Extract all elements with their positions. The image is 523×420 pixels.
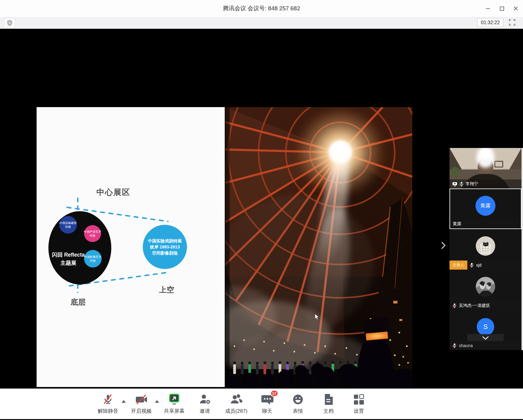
mic-muted-icon <box>102 393 114 405</box>
close-button[interactable] <box>511 4 520 13</box>
exhibition-diagram: 中心展区 中国实验建筑 特展 中国声音艺术 特展 中国影像艺术 特展 闪回 Re… <box>37 107 225 387</box>
architecture-label-1: 中国实验建筑 <box>60 221 77 225</box>
theatre-label-1: 中国实验戏剧特展 <box>148 238 182 243</box>
mic-options-caret[interactable] <box>120 398 127 405</box>
camera-off-icon <box>134 393 148 405</box>
host-badge: 主持人 <box>449 261 467 270</box>
avatar: 黄露 <box>476 196 495 216</box>
members-icon <box>230 393 243 405</box>
participant-name: xjd <box>476 263 482 267</box>
chat-label: 聊天 <box>262 408 272 415</box>
window-title: 腾讯会议 会议号: 848 257 682 <box>0 0 523 17</box>
documents-label: 文档 <box>323 408 334 415</box>
participant-tile-xjd[interactable]: 主持人 xjd <box>449 229 521 270</box>
document-icon <box>323 393 334 406</box>
documents-button[interactable]: 文档 <box>316 392 341 417</box>
settings-icon <box>353 393 365 405</box>
emoji-label: 表情 <box>293 408 303 415</box>
avatar: S <box>477 318 494 336</box>
chat-button[interactable]: 17 聊天 <box>254 392 280 417</box>
maximize-button[interactable] <box>497 4 506 13</box>
caret-up-icon <box>122 400 126 403</box>
fullscreen-button[interactable] <box>508 18 517 26</box>
participant-name: 吴鸿杰-一道建筑 <box>459 303 490 308</box>
sound-label-1: 中国声音艺术 <box>84 230 102 233</box>
minimize-button[interactable] <box>483 4 492 13</box>
tencent-meeting-window: 腾讯会议 会议号: 848 257 682 01:32:22 <box>0 0 523 420</box>
participant-name: 黄露 <box>453 221 461 227</box>
status-bar: 01:32:22 <box>0 17 523 29</box>
architecture-label-2: 特展 <box>65 225 71 228</box>
participant-name: shauna <box>459 343 473 348</box>
share-screen-button[interactable]: 共享屏幕 <box>162 392 187 417</box>
participant-list-scrollbar[interactable] <box>521 148 523 350</box>
unmute-button[interactable]: 解除静音 <box>95 392 121 417</box>
emoji-icon <box>292 393 304 405</box>
chevron-down-icon <box>482 336 489 340</box>
meeting-toolbar: 解除静音 开启视频 共享屏幕 <box>0 389 523 419</box>
theme-exhibition-circle <box>48 211 111 284</box>
presentation-slide: 中心展区 中国实验建筑 特展 中国声音艺术 特展 中国影像艺术 特展 闪回 Re… <box>37 107 225 387</box>
theatre-label-3: 空间影像剧场 <box>152 251 178 255</box>
avatar-cat-photo <box>476 236 495 256</box>
chat-unread-badge: 17 <box>270 390 278 397</box>
mic-active-icon <box>459 182 463 186</box>
slide-title: 中心展区 <box>96 188 130 197</box>
camera-screen <box>365 331 388 341</box>
reflecta-label-1: 闪回 Reflecta <box>52 252 85 258</box>
invite-label: 邀请 <box>200 408 210 415</box>
avatar-text: S <box>483 323 488 331</box>
settings-button[interactable]: 设置 <box>346 392 371 417</box>
participant-tile-huanglu[interactable]: 黄露 黄露 <box>449 189 521 229</box>
avatar-bw-photo <box>476 277 495 296</box>
avatar-text: 黄露 <box>480 202 491 209</box>
caret-up-icon <box>155 400 159 403</box>
reflecta-label-2: 主题展 <box>60 260 77 266</box>
participant-tile-lixiangning[interactable]: 李翔宁 <box>449 148 521 189</box>
sidebar-collapse-button[interactable] <box>440 241 447 250</box>
mic-muted-icon <box>469 263 474 267</box>
maximize-icon <box>500 6 504 11</box>
participant-name: 李翔宁 <box>466 181 478 187</box>
video-label-1: 中国影像艺术 <box>84 255 102 258</box>
mic-muted-icon <box>452 303 457 308</box>
invite-icon <box>198 393 211 405</box>
share-screen-label: 共享屏幕 <box>164 408 185 415</box>
start-video-button[interactable]: 开启视频 <box>129 392 154 417</box>
mic-muted-icon <box>452 343 457 348</box>
meeting-security-button[interactable] <box>4 18 15 28</box>
screen-share-mini-icon <box>452 182 457 186</box>
video-label-2: 特展 <box>90 259 96 262</box>
fullscreen-icon <box>509 19 515 26</box>
minimize-icon <box>485 6 490 11</box>
stage-photo <box>225 107 412 387</box>
shared-screen-area: 中心展区 中国实验建筑 特展 中国声音艺术 特展 中国影像艺术 特展 闪回 Re… <box>0 29 523 389</box>
sound-label-2: 特展 <box>90 234 96 237</box>
participant-tile-wuhongjie[interactable]: 吴鸿杰-一道建筑 <box>449 270 521 310</box>
members-button[interactable]: 成员(287) <box>221 392 251 417</box>
invite-button[interactable]: 邀请 <box>192 392 217 417</box>
dome-concert-illustration <box>225 107 412 387</box>
participant-tile-shauna[interactable]: S shauna <box>449 310 521 350</box>
architecture-circle <box>59 216 77 234</box>
sky-label: 上空 <box>159 285 174 294</box>
settings-label: 设置 <box>354 408 364 415</box>
theatre-label-2: 彼岸 1993-2013 <box>150 244 180 249</box>
floor-label: 底层 <box>70 298 86 306</box>
title-bar: 腾讯会议 会议号: 848 257 682 <box>0 0 523 17</box>
chevron-right-icon <box>441 241 446 249</box>
video-art-circle <box>84 250 102 267</box>
shield-plus-icon <box>7 20 13 26</box>
screen-share-icon <box>168 393 181 406</box>
members-label: 成员(287) <box>225 408 247 415</box>
meeting-timer: 01:32:22 <box>477 18 503 27</box>
close-icon <box>513 6 518 11</box>
video-options-caret[interactable] <box>154 398 160 405</box>
emoji-button[interactable]: 表情 <box>285 392 311 417</box>
collapse-participant-list-button[interactable] <box>467 334 504 342</box>
sound-art-circle <box>84 225 101 242</box>
start-video-label: 开启视频 <box>131 408 152 415</box>
unmute-label: 解除静音 <box>98 408 118 415</box>
